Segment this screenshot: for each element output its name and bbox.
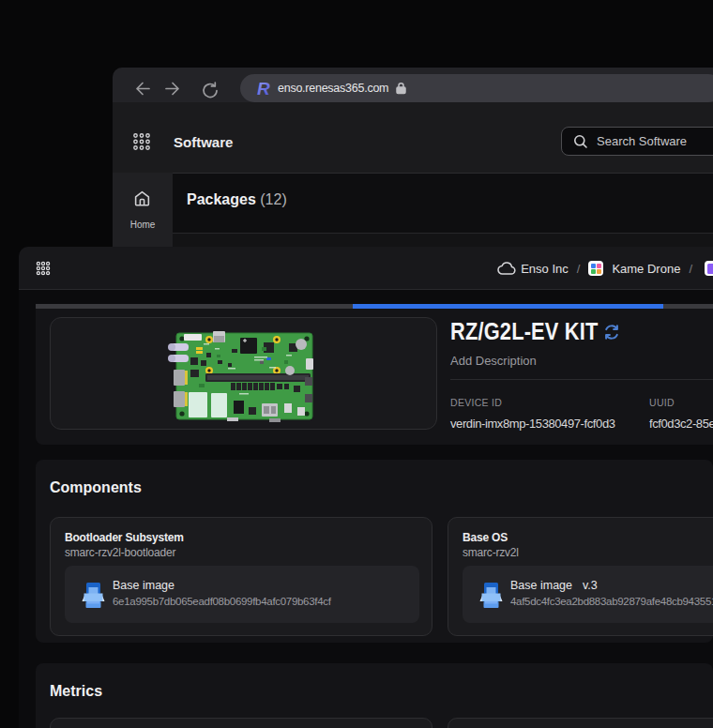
svg-text:R: R	[257, 79, 270, 99]
